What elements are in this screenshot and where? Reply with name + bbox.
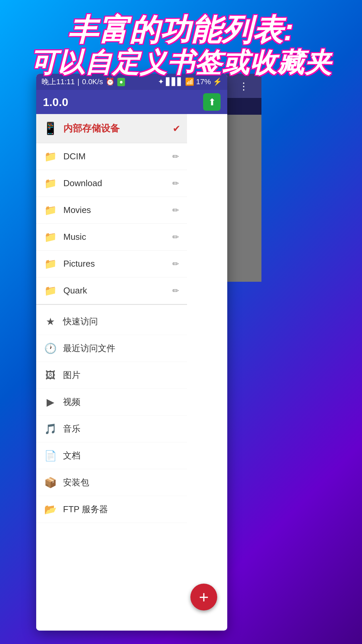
quick-label-video: 视频 — [63, 396, 179, 408]
folder-name-download: Download — [63, 178, 166, 189]
fab-plus-icon: + — [199, 587, 208, 607]
quick-item-docs[interactable]: 📄 文档 — [36, 442, 187, 469]
music-icon: 🎵 — [44, 423, 56, 435]
edit-icon-quark[interactable]: ✏ — [172, 286, 179, 296]
quick-item-music[interactable]: 🎵 音乐 — [36, 416, 187, 442]
quick-label-ftp: FTP 服务器 — [63, 503, 179, 515]
quick-label-apk: 安装包 — [63, 477, 179, 488]
quick-label-docs: 文档 — [63, 450, 179, 462]
quick-item-recent[interactable]: 🕐 最近访问文件 — [36, 335, 187, 362]
share-button[interactable]: ⬆ — [203, 93, 221, 111]
folder-icon: 📁 — [44, 151, 57, 162]
edit-icon-music[interactable]: ✏ — [172, 232, 179, 242]
storage-header[interactable]: 📱 内部存储设备 ✔ — [36, 114, 187, 143]
folder-name-pictures: Pictures — [63, 259, 166, 269]
edit-icon-movies[interactable]: ✏ — [172, 206, 179, 215]
folder-item-pictures[interactable]: 📁 Pictures ✏ — [36, 251, 187, 277]
storage-check-icon: ✔ — [173, 123, 180, 134]
quick-item-images[interactable]: 🖼 图片 — [36, 362, 187, 389]
folder-item-quark[interactable]: 📁 Quark ✏ — [36, 277, 187, 304]
fab-button[interactable]: + — [190, 584, 217, 610]
folder-icon: 📁 — [44, 285, 57, 297]
quick-item-apk[interactable]: 📦 安装包 — [36, 469, 187, 496]
phone-frame: 晚上11:11 | 0.0K/s ⏰ ● ✦ ▋▋▋ 📶 17% ⚡ 1.0.0… — [36, 74, 227, 631]
folder-name-quark: Quark — [63, 285, 166, 296]
ftp-icon: 📂 — [44, 503, 56, 515]
folder-name-movies: Movies — [63, 205, 166, 215]
package-icon: 📦 — [44, 477, 56, 488]
quick-item-video[interactable]: ▶ 视频 — [36, 389, 187, 416]
storage-label: 内部存储设备 — [63, 122, 167, 135]
folder-item-music[interactable]: 📁 Music ✏ — [36, 224, 187, 251]
folder-icon: 📁 — [44, 204, 57, 216]
app-version: 1.0.0 — [43, 96, 68, 109]
star-icon: ★ — [44, 316, 56, 327]
folder-list: 📁 DCIM ✏ 📁 Download ✏ 📁 Movies ✏ 📁 Music… — [36, 143, 187, 305]
title-line2: 可以自定义书签或收藏夹 — [13, 47, 349, 79]
edit-icon-pictures[interactable]: ✏ — [172, 259, 179, 269]
quick-section: ★ 快速访问 🕐 最近访问文件 🖼 图片 ▶ 视频 🎵 音乐 📄 — [36, 305, 187, 523]
quick-item-ftp[interactable]: 📂 FTP 服务器 — [36, 496, 187, 523]
quick-label-music: 音乐 — [63, 423, 179, 435]
folder-item-dcim[interactable]: 📁 DCIM ✏ — [36, 143, 187, 170]
quick-label-recent: 最近访问文件 — [63, 342, 179, 354]
folder-name-dcim: DCIM — [63, 151, 166, 162]
quick-label-images: 图片 — [63, 369, 179, 381]
video-icon: ▶ — [44, 396, 56, 408]
folder-item-download[interactable]: 📁 Download ✏ — [36, 170, 187, 197]
document-icon: 📄 — [44, 450, 56, 462]
sidebar: 📱 内部存储设备 ✔ 📁 DCIM ✏ 📁 Download ✏ 📁 Movie… — [36, 114, 187, 631]
quick-label-bookmarks: 快速访问 — [63, 316, 179, 327]
more-icon[interactable]: ⋮ — [239, 80, 249, 92]
share-icon: ⬆ — [208, 97, 216, 108]
edit-icon-dcim[interactable]: ✏ — [172, 152, 179, 161]
folder-icon: 📁 — [44, 177, 57, 189]
notification-icon: ● — [117, 78, 125, 86]
folder-icon: 📁 — [44, 231, 57, 243]
clock-icon: 🕐 — [44, 342, 56, 354]
app-header: 1.0.0 ⬆ — [36, 90, 227, 114]
storage-device-icon: 📱 — [43, 121, 58, 136]
image-icon: 🖼 — [44, 370, 56, 381]
folder-name-music: Music — [63, 232, 166, 242]
edit-icon-download[interactable]: ✏ — [172, 179, 179, 188]
title-line1: 丰富的功能列表: — [13, 13, 349, 47]
folder-item-movies[interactable]: 📁 Movies ✏ — [36, 197, 187, 224]
quick-item-bookmarks[interactable]: ★ 快速访问 — [36, 308, 187, 335]
title-area: 丰富的功能列表: 可以自定义书签或收藏夹 — [0, 13, 362, 79]
folder-icon: 📁 — [44, 258, 57, 270]
